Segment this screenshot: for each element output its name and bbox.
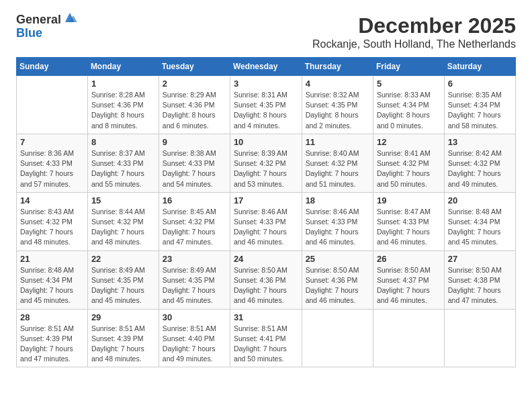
calendar-cell: 11Sunrise: 8:40 AMSunset: 4:32 PMDayligh… <box>302 134 373 192</box>
calendar-cell: 4Sunrise: 8:32 AMSunset: 4:35 PMDaylight… <box>302 76 373 134</box>
day-info: Sunrise: 8:36 AMSunset: 4:33 PMDaylight:… <box>20 148 84 189</box>
day-number: 11 <box>306 137 369 147</box>
day-number: 7 <box>20 137 84 147</box>
calendar-cell: 3Sunrise: 8:31 AMSunset: 4:35 PMDaylight… <box>230 76 302 134</box>
day-info: Sunrise: 8:50 AMSunset: 4:38 PMDaylight:… <box>448 265 512 306</box>
calendar-cell: 17Sunrise: 8:46 AMSunset: 4:33 PMDayligh… <box>230 192 302 250</box>
day-number: 16 <box>163 195 226 205</box>
calendar-header: SundayMondayTuesdayWednesdayThursdayFrid… <box>17 58 516 76</box>
logo-blue: Blue <box>16 26 42 40</box>
day-number: 21 <box>20 254 84 264</box>
weekday-header-wednesday: Wednesday <box>230 58 302 76</box>
day-info: Sunrise: 8:41 AMSunset: 4:32 PMDaylight:… <box>377 148 441 189</box>
day-number: 22 <box>91 254 155 264</box>
calendar-cell: 16Sunrise: 8:45 AMSunset: 4:32 PMDayligh… <box>159 192 230 250</box>
logo-general: General <box>16 13 61 27</box>
calendar-week-3: 14Sunrise: 8:43 AMSunset: 4:32 PMDayligh… <box>17 192 516 250</box>
day-info: Sunrise: 8:31 AMSunset: 4:35 PMDaylight:… <box>234 90 298 131</box>
calendar-body: 1Sunrise: 8:28 AMSunset: 4:36 PMDaylight… <box>17 76 516 367</box>
calendar-cell <box>302 309 373 367</box>
day-info: Sunrise: 8:46 AMSunset: 4:33 PMDaylight:… <box>234 207 298 248</box>
title-block: December 2025 Rockanje, South Holland, T… <box>312 13 516 50</box>
calendar-week-4: 21Sunrise: 8:48 AMSunset: 4:34 PMDayligh… <box>17 250 516 309</box>
calendar-cell: 12Sunrise: 8:41 AMSunset: 4:32 PMDayligh… <box>373 134 444 192</box>
day-number: 25 <box>306 254 369 264</box>
day-info: Sunrise: 8:43 AMSunset: 4:32 PMDaylight:… <box>20 207 84 248</box>
calendar-cell <box>17 76 88 134</box>
day-info: Sunrise: 8:37 AMSunset: 4:33 PMDaylight:… <box>91 148 155 189</box>
day-number: 24 <box>234 254 298 264</box>
weekday-header-monday: Monday <box>87 58 159 76</box>
day-number: 29 <box>91 312 155 322</box>
calendar-cell: 8Sunrise: 8:37 AMSunset: 4:33 PMDaylight… <box>87 134 159 192</box>
day-number: 6 <box>448 79 512 89</box>
calendar-cell: 28Sunrise: 8:51 AMSunset: 4:39 PMDayligh… <box>17 309 88 367</box>
day-number: 28 <box>20 312 84 322</box>
calendar-week-2: 7Sunrise: 8:36 AMSunset: 4:33 PMDaylight… <box>17 134 516 192</box>
calendar-cell: 18Sunrise: 8:46 AMSunset: 4:33 PMDayligh… <box>302 192 373 250</box>
day-info: Sunrise: 8:39 AMSunset: 4:32 PMDaylight:… <box>234 148 298 189</box>
day-info: Sunrise: 8:51 AMSunset: 4:39 PMDaylight:… <box>91 324 155 365</box>
calendar-cell: 25Sunrise: 8:50 AMSunset: 4:36 PMDayligh… <box>302 250 373 309</box>
day-number: 8 <box>91 137 155 147</box>
day-info: Sunrise: 8:51 AMSunset: 4:39 PMDaylight:… <box>20 324 84 365</box>
calendar-cell: 13Sunrise: 8:42 AMSunset: 4:32 PMDayligh… <box>444 134 515 192</box>
day-info: Sunrise: 8:49 AMSunset: 4:35 PMDaylight:… <box>91 265 155 306</box>
weekday-header-thursday: Thursday <box>302 58 373 76</box>
day-info: Sunrise: 8:50 AMSunset: 4:37 PMDaylight:… <box>377 265 441 306</box>
calendar-cell: 27Sunrise: 8:50 AMSunset: 4:38 PMDayligh… <box>444 250 515 309</box>
calendar-cell <box>444 309 515 367</box>
calendar-cell: 6Sunrise: 8:35 AMSunset: 4:34 PMDaylight… <box>444 76 515 134</box>
day-number: 13 <box>448 137 512 147</box>
day-number: 4 <box>306 79 369 89</box>
day-info: Sunrise: 8:32 AMSunset: 4:35 PMDaylight:… <box>306 90 369 131</box>
day-number: 3 <box>234 79 298 89</box>
calendar-cell: 20Sunrise: 8:48 AMSunset: 4:34 PMDayligh… <box>444 192 515 250</box>
calendar-cell: 2Sunrise: 8:29 AMSunset: 4:36 PMDaylight… <box>159 76 230 134</box>
day-number: 30 <box>163 312 226 322</box>
calendar-week-5: 28Sunrise: 8:51 AMSunset: 4:39 PMDayligh… <box>17 309 516 367</box>
day-info: Sunrise: 8:44 AMSunset: 4:32 PMDaylight:… <box>91 207 155 248</box>
logo-icon <box>62 10 77 25</box>
calendar-cell <box>373 309 444 367</box>
location-title: Rockanje, South Holland, The Netherlands <box>312 38 516 50</box>
calendar-cell: 21Sunrise: 8:48 AMSunset: 4:34 PMDayligh… <box>17 250 88 309</box>
day-info: Sunrise: 8:45 AMSunset: 4:32 PMDaylight:… <box>163 207 226 248</box>
day-number: 10 <box>234 137 298 147</box>
day-number: 23 <box>163 254 226 264</box>
calendar-table: SundayMondayTuesdayWednesdayThursdayFrid… <box>16 57 516 367</box>
day-number: 31 <box>234 312 298 322</box>
day-info: Sunrise: 8:29 AMSunset: 4:36 PMDaylight:… <box>163 90 226 131</box>
day-info: Sunrise: 8:28 AMSunset: 4:36 PMDaylight:… <box>91 90 155 131</box>
calendar-cell: 7Sunrise: 8:36 AMSunset: 4:33 PMDaylight… <box>17 134 88 192</box>
weekday-header-friday: Friday <box>373 58 444 76</box>
day-info: Sunrise: 8:50 AMSunset: 4:36 PMDaylight:… <box>306 265 369 306</box>
day-info: Sunrise: 8:46 AMSunset: 4:33 PMDaylight:… <box>306 207 369 248</box>
calendar-week-1: 1Sunrise: 8:28 AMSunset: 4:36 PMDaylight… <box>17 76 516 134</box>
header: General Blue December 2025 Rockanje, Sou… <box>16 13 516 50</box>
calendar-cell: 19Sunrise: 8:47 AMSunset: 4:33 PMDayligh… <box>373 192 444 250</box>
day-number: 9 <box>163 137 226 147</box>
day-number: 15 <box>91 195 155 205</box>
day-number: 20 <box>448 195 512 205</box>
calendar-cell: 24Sunrise: 8:50 AMSunset: 4:36 PMDayligh… <box>230 250 302 309</box>
weekday-header-tuesday: Tuesday <box>159 58 230 76</box>
calendar-cell: 30Sunrise: 8:51 AMSunset: 4:40 PMDayligh… <box>159 309 230 367</box>
calendar-cell: 1Sunrise: 8:28 AMSunset: 4:36 PMDaylight… <box>87 76 159 134</box>
day-number: 1 <box>91 79 155 89</box>
weekday-header-row: SundayMondayTuesdayWednesdayThursdayFrid… <box>17 58 516 76</box>
logo: General Blue <box>16 13 77 40</box>
day-number: 17 <box>234 195 298 205</box>
day-number: 26 <box>377 254 441 264</box>
day-info: Sunrise: 8:42 AMSunset: 4:32 PMDaylight:… <box>448 148 512 189</box>
day-number: 14 <box>20 195 84 205</box>
day-info: Sunrise: 8:51 AMSunset: 4:40 PMDaylight:… <box>163 324 226 365</box>
calendar-cell: 14Sunrise: 8:43 AMSunset: 4:32 PMDayligh… <box>17 192 88 250</box>
calendar-cell: 15Sunrise: 8:44 AMSunset: 4:32 PMDayligh… <box>87 192 159 250</box>
calendar-cell: 23Sunrise: 8:49 AMSunset: 4:35 PMDayligh… <box>159 250 230 309</box>
calendar-cell: 22Sunrise: 8:49 AMSunset: 4:35 PMDayligh… <box>87 250 159 309</box>
day-info: Sunrise: 8:48 AMSunset: 4:34 PMDaylight:… <box>448 207 512 248</box>
weekday-header-saturday: Saturday <box>444 58 515 76</box>
day-info: Sunrise: 8:38 AMSunset: 4:33 PMDaylight:… <box>163 148 226 189</box>
day-number: 19 <box>377 195 441 205</box>
